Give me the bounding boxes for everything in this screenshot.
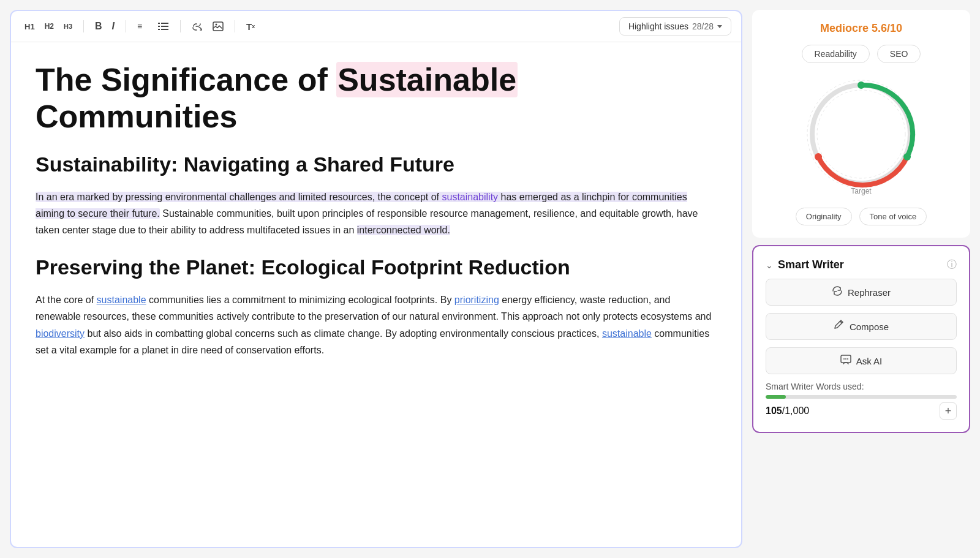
svg-rect-2 <box>158 26 160 27</box>
svg-point-20 <box>845 358 846 360</box>
ask-ai-icon <box>840 354 851 368</box>
toolbar-right: Highlight issues 28/28 <box>619 17 731 36</box>
compose-label: Compose <box>850 322 889 332</box>
sustainable-link1[interactable]: sustainable <box>97 295 146 305</box>
section2-heading: Preserving the Planet: Ecological Footpr… <box>36 255 717 279</box>
ask-ai-button[interactable]: Ask AI <box>766 347 957 374</box>
right-panel: Mediocre 5.6/10 Readability SEO <box>747 0 980 558</box>
bold-button[interactable]: B <box>91 18 106 34</box>
collapse-icon[interactable]: ⌄ <box>766 260 773 270</box>
words-progress-bar <box>766 395 957 399</box>
title-highlight: Sustainable <box>336 62 518 97</box>
compose-icon <box>834 320 845 333</box>
svg-rect-4 <box>161 23 168 24</box>
score-total: /10 <box>887 22 902 34</box>
svg-point-17 <box>824 97 898 171</box>
separator-2 <box>126 20 126 32</box>
score-header: Mediocre 5.6/10 <box>820 22 902 35</box>
words-used-label: Smart Writer Words used: <box>766 382 957 391</box>
h1-button[interactable]: H1 <box>21 20 39 34</box>
highlight-issues-label: Highlight issues <box>628 21 688 31</box>
paragraph1: In an era marked by pressing environment… <box>36 189 717 239</box>
h2-button[interactable]: H2 <box>41 20 58 33</box>
paragraph1-highlight: In an era marked by pressing environment… <box>36 192 687 219</box>
target-label: Target <box>851 187 871 195</box>
info-icon[interactable]: ⓘ <box>947 258 957 271</box>
toolbar: H1 H2 H3 B I ≡ <box>11 11 741 42</box>
score-mediocre-label: Mediocre <box>820 22 869 34</box>
svg-rect-6 <box>161 29 168 30</box>
svg-text:≡: ≡ <box>137 21 142 31</box>
svg-rect-3 <box>158 29 160 30</box>
para1-highlight2: interconnected world. <box>357 225 450 235</box>
heading-group: H1 H2 H3 <box>21 20 76 34</box>
sustainable-link2[interactable]: sustainable <box>602 328 652 339</box>
score-value: 5.6 <box>872 22 887 34</box>
svg-point-16 <box>815 153 822 160</box>
smart-writer-title: Smart Writer <box>778 258 844 271</box>
smart-writer-title-row: ⌄ Smart Writer <box>766 258 844 271</box>
biodiversity-link[interactable]: biodiversity <box>36 328 85 339</box>
readability-tab[interactable]: Readability <box>802 45 870 63</box>
tone-of-voice-tab[interactable]: Tone of voice <box>859 208 927 225</box>
smart-writer-header: ⌄ Smart Writer ⓘ <box>766 258 957 271</box>
separator-3 <box>180 20 181 32</box>
words-count: 105/1,000 <box>766 405 809 417</box>
highlight-issues-button[interactable]: Highlight issues 28/28 <box>619 17 731 36</box>
image-button[interactable] <box>209 19 227 34</box>
svg-rect-5 <box>161 26 168 27</box>
seo-tab[interactable]: SEO <box>877 45 921 63</box>
paragraph2: At the core of sustainable communities l… <box>36 292 717 358</box>
prioritizing-link[interactable]: prioritizing <box>454 295 499 305</box>
svg-point-8 <box>216 24 217 26</box>
svg-point-15 <box>903 153 911 160</box>
svg-rect-7 <box>213 22 223 31</box>
score-tabs-top: Readability SEO <box>764 45 958 63</box>
compose-button[interactable]: Compose <box>766 313 957 340</box>
rephraser-button[interactable]: Rephraser <box>766 279 957 306</box>
separator-1 <box>83 20 84 32</box>
ask-ai-label: Ask AI <box>856 356 883 366</box>
svg-rect-1 <box>158 23 160 24</box>
words-total: 1,000 <box>785 405 809 416</box>
clear-format-button[interactable]: Tx <box>243 19 258 34</box>
svg-point-14 <box>858 81 865 89</box>
words-add-button[interactable]: + <box>940 402 957 420</box>
words-used-value: 105 <box>766 405 782 416</box>
score-panel: Mediocre 5.6/10 Readability SEO <box>752 10 970 238</box>
svg-point-21 <box>847 358 848 360</box>
document-title: The Significance of Sustainable Communit… <box>36 62 717 135</box>
unordered-list-button[interactable] <box>154 18 173 34</box>
score-radial-chart: Target <box>800 73 922 195</box>
rephraser-label: Rephraser <box>848 287 891 298</box>
h3-button[interactable]: H3 <box>60 20 76 32</box>
rephraser-icon <box>832 285 843 299</box>
words-used-section: Smart Writer Words used: 105/1,000 + <box>766 382 957 420</box>
words-count-row: 105/1,000 + <box>766 402 957 420</box>
svg-point-19 <box>843 358 845 360</box>
italic-button[interactable]: I <box>108 18 118 34</box>
list-group: ≡ <box>134 18 173 34</box>
link-button[interactable] <box>188 20 206 33</box>
highlight-count: 28/28 <box>692 21 714 31</box>
originality-tab[interactable]: Originality <box>796 208 852 225</box>
separator-4 <box>235 20 235 32</box>
insert-group <box>188 19 227 34</box>
editor-content[interactable]: The Significance of Sustainable Communit… <box>11 42 741 547</box>
editor-panel: H1 H2 H3 B I ≡ <box>10 10 742 548</box>
smart-writer-panel: ⌄ Smart Writer ⓘ Rephraser <box>752 245 970 433</box>
format-group: B I <box>91 18 118 34</box>
ordered-list-button[interactable]: ≡ <box>134 18 152 34</box>
words-progress-fill <box>766 395 786 399</box>
section1-heading: Sustainability: Navigating a Shared Futu… <box>36 153 717 176</box>
highlight-dropdown-icon <box>717 25 722 28</box>
score-tabs-bottom: Originality Tone of voice <box>764 208 958 225</box>
